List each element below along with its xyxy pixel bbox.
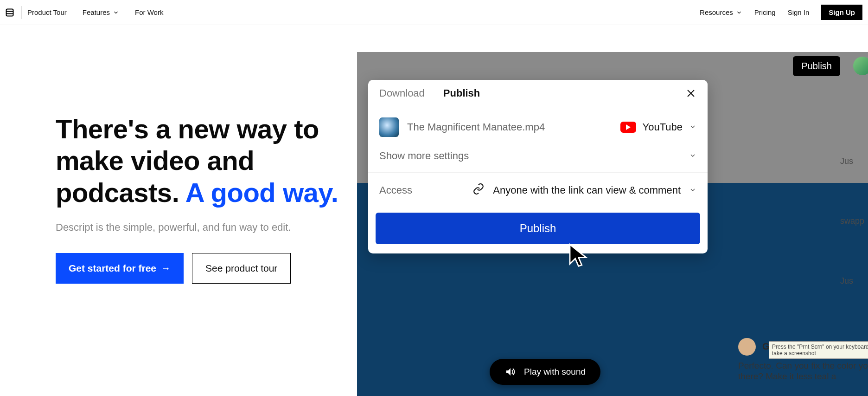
access-selector[interactable]: Anyone with the link can view & comment: [472, 183, 696, 198]
side-text: swapp: [840, 216, 868, 226]
app-top-publish-button[interactable]: Publish: [793, 56, 840, 76]
cursor-icon: [567, 242, 593, 268]
get-started-button[interactable]: Get started for free →: [56, 253, 184, 284]
filename-label: The Magnificent Manatee.mp4: [407, 121, 612, 133]
hero-title-accent: A good way.: [185, 177, 338, 208]
side-time-labels: Jus swapp Jus: [840, 156, 868, 286]
brand-logo[interactable]: [4, 6, 16, 19]
show-more-settings[interactable]: Show more settings: [368, 147, 708, 172]
nav-for-work[interactable]: For Work: [135, 8, 163, 16]
file-row: The Magnificent Manatee.mp4 YouTube: [368, 107, 708, 147]
nav-left-group: Product Tour Features For Work: [27, 8, 163, 16]
nav-resources[interactable]: Resources: [700, 8, 742, 16]
top-navbar: Product Tour Features For Work Resources…: [0, 0, 868, 25]
sound-pill-label: Play with sound: [524, 367, 586, 377]
svg-rect-0: [6, 9, 13, 16]
nav-divider: [21, 6, 22, 19]
chevron-down-icon: [689, 184, 696, 196]
hero-title-line3-plain: podcasts.: [56, 177, 185, 208]
side-text: Jus: [840, 276, 868, 286]
dialog-tabs: Download Publish: [368, 80, 708, 107]
nav-resources-label: Resources: [700, 8, 733, 16]
chevron-down-icon: [736, 9, 742, 16]
cta-primary-label: Get started for free: [69, 263, 156, 274]
nav-product-tour[interactable]: Product Tour: [27, 8, 67, 16]
screenshot-tooltip: Press the "Prnt Scrn" on your keyboard t…: [769, 341, 868, 359]
tab-download[interactable]: Download: [379, 87, 425, 99]
link-icon: [472, 183, 485, 198]
hero-copy: There's a new way to make video and podc…: [0, 52, 357, 284]
close-icon[interactable]: [685, 88, 696, 99]
hero-title-line2: make video and: [56, 145, 254, 175]
sign-up-button[interactable]: Sign Up: [821, 5, 862, 20]
chevron-down-icon: [689, 121, 696, 133]
comment-text: Perfecto. Can you fix the color you're t…: [738, 360, 868, 383]
hero-cta-group: Get started for free → See product tour: [56, 253, 357, 284]
nav-pricing[interactable]: Pricing: [754, 8, 776, 16]
access-row: Access Anyone with the link can view & c…: [368, 172, 708, 208]
youtube-icon: [620, 122, 636, 133]
hero-title-line1: There's a new way to: [56, 114, 319, 144]
nav-features[interactable]: Features: [83, 8, 119, 16]
hero-title: There's a new way to make video and podc…: [56, 113, 357, 208]
access-value: Anyone with the link can view & comment: [493, 184, 681, 196]
hero-subtitle: Descript is the simple, powerful, and fu…: [56, 221, 357, 234]
destination-selector[interactable]: YouTube: [620, 121, 696, 133]
access-label: Access: [379, 184, 412, 196]
chevron-down-icon: [689, 150, 696, 162]
tab-publish[interactable]: Publish: [443, 87, 480, 99]
destination-label: YouTube: [643, 121, 683, 133]
nav-right-group: Resources Pricing Sign In Sign Up: [700, 5, 862, 20]
publish-button[interactable]: Publish: [376, 213, 700, 244]
arrow-right-icon: →: [161, 263, 171, 274]
avatar: [738, 338, 756, 356]
video-thumbnail: [379, 117, 399, 137]
settings-label: Show more settings: [379, 150, 469, 162]
publish-dialog: Download Publish The Magnificent Manatee…: [368, 80, 708, 253]
app-preview: Publish Jus swapp Jus Download Publish T…: [357, 52, 868, 396]
nav-sign-in[interactable]: Sign In: [788, 8, 810, 16]
speaker-icon: [504, 366, 516, 377]
nav-features-label: Features: [83, 8, 110, 16]
hero-section: There's a new way to make video and podc…: [0, 25, 868, 284]
play-with-sound-button[interactable]: Play with sound: [490, 359, 600, 385]
avatar[interactable]: [853, 57, 868, 75]
see-product-tour-button[interactable]: See product tour: [192, 253, 291, 284]
chevron-down-icon: [113, 9, 119, 16]
side-text: Jus: [840, 156, 868, 166]
